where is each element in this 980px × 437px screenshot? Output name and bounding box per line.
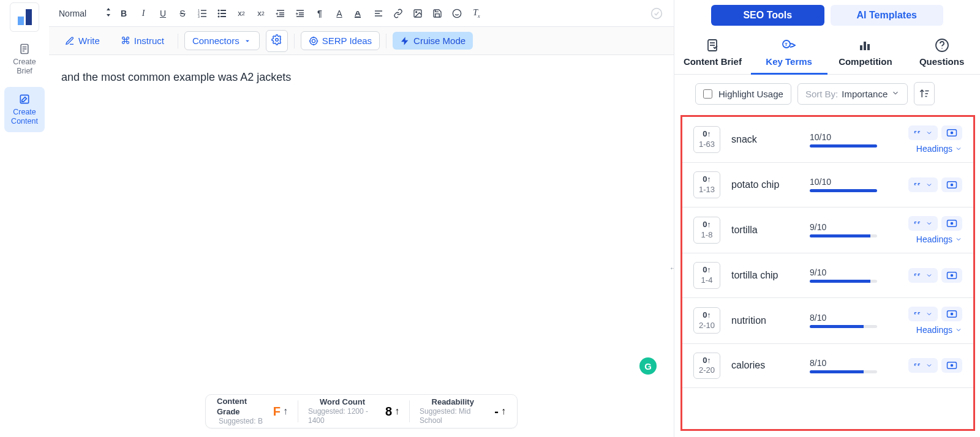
term-name: snack — [731, 134, 799, 145]
highlight-usage-toggle[interactable]: Highlight Usage — [695, 83, 791, 105]
chevron-down-icon — [243, 37, 252, 45]
text-color-button[interactable]: A — [331, 5, 348, 22]
nav-create-content[interactable]: Create Content — [4, 87, 45, 132]
strikethrough-button[interactable]: S — [174, 5, 191, 22]
highlight-color-button[interactable] — [350, 5, 368, 22]
edit-icon — [18, 93, 31, 105]
sort-direction-button[interactable] — [914, 82, 935, 105]
write-button[interactable]: Write — [58, 32, 107, 50]
arrow-up-icon: ↑ — [501, 406, 506, 417]
questions-icon — [935, 38, 949, 53]
editor-body[interactable]: and the most common example was A2 jacke… — [49, 55, 674, 100]
clear-format-button[interactable]: Tx — [468, 5, 485, 22]
term-preview-button[interactable] — [941, 268, 962, 283]
term-count-chip[interactable]: 0↑2-20 — [693, 353, 720, 379]
term-headings-link[interactable]: Headings — [916, 234, 962, 244]
subtab-competition[interactable]: Competition — [827, 31, 904, 74]
svg-point-37 — [312, 39, 315, 42]
term-quote-button[interactable] — [908, 125, 938, 140]
indent-button[interactable] — [292, 5, 309, 22]
term-row: 0↑1-4 tortilla chip 9/10 — [682, 253, 973, 298]
nav-create-brief[interactable]: Create Brief — [4, 37, 45, 82]
subtab-questions[interactable]: Questions — [903, 31, 980, 74]
svg-point-13 — [218, 15, 220, 17]
term-quote-button[interactable] — [908, 307, 938, 321]
grammarly-badge[interactable]: G — [639, 357, 657, 375]
check-icon[interactable] — [648, 5, 665, 22]
pencil-icon — [65, 36, 75, 46]
outdent-button[interactable] — [272, 5, 289, 22]
svg-text:3: 3 — [198, 15, 200, 18]
readability-sub: Suggested: Mid School — [420, 407, 486, 425]
subscript-button[interactable]: x2 — [233, 5, 250, 22]
resize-handle[interactable]: ↔ — [669, 263, 674, 273]
cruise-mode-label: Cruise Mode — [413, 35, 466, 46]
term-preview-button[interactable] — [941, 358, 962, 373]
term-preview-button[interactable] — [941, 216, 962, 231]
term-quote-button[interactable] — [908, 358, 938, 373]
term-count-chip[interactable]: 0↑1-4 — [693, 262, 720, 289]
paragraph-button[interactable]: ¶ — [311, 5, 328, 22]
term-row: 0↑1-8 tortilla 9/10 Headings — [682, 207, 973, 253]
readability-label: Readability — [432, 397, 474, 407]
link-button[interactable] — [390, 5, 407, 22]
svg-point-31 — [453, 9, 461, 17]
word-count-label: Word Count — [320, 397, 365, 407]
term-name: calories — [731, 360, 799, 371]
term-score: 9/10 — [810, 222, 877, 237]
readability-value: -↑ — [494, 405, 506, 419]
align-button[interactable] — [370, 5, 387, 22]
tab-seo-tools[interactable]: SEO Tools — [711, 5, 824, 26]
term-preview-button[interactable] — [941, 125, 962, 140]
sort-by-dropdown[interactable]: Sort By: Importance — [797, 83, 908, 105]
format-select[interactable]: Normal — [58, 7, 113, 20]
subtab-key-terms[interactable]: T Key Terms — [751, 31, 827, 75]
term-preview-button[interactable] — [941, 307, 962, 321]
term-headings-link[interactable]: Headings — [916, 325, 962, 335]
cruise-mode-button[interactable]: Cruise Mode — [393, 32, 473, 50]
settings-button[interactable] — [266, 30, 288, 52]
svg-point-67 — [951, 364, 954, 367]
term-preview-button[interactable] — [941, 177, 962, 192]
underline-button[interactable]: U — [154, 5, 172, 22]
app-logo[interactable] — [10, 2, 39, 32]
save-button[interactable] — [429, 5, 446, 22]
unordered-list-button[interactable] — [213, 5, 230, 22]
term-headings-link[interactable]: Headings — [916, 144, 962, 154]
term-quote-button[interactable] — [908, 177, 938, 192]
term-row: 0↑1-63 snack 10/10 Headings — [682, 117, 973, 163]
instruct-button[interactable]: ⌘ Instruct — [113, 31, 172, 50]
term-count-chip[interactable]: 0↑1-8 — [693, 217, 720, 244]
status-bar: Content Grade Suggested: B F↑ Word Count… — [205, 394, 518, 428]
term-quote-button[interactable] — [908, 216, 938, 231]
svg-point-61 — [951, 222, 954, 225]
svg-point-36 — [310, 37, 317, 45]
svg-rect-25 — [355, 17, 361, 18]
image-button[interactable] — [409, 5, 426, 22]
brief-icon — [705, 38, 720, 53]
svg-rect-16 — [221, 16, 226, 17]
term-score: 10/10 — [810, 132, 877, 148]
connectors-dropdown[interactable]: Connectors — [184, 31, 260, 50]
highlight-usage-checkbox[interactable] — [703, 89, 712, 99]
term-count-chip[interactable]: 0↑1-63 — [693, 126, 720, 153]
italic-button[interactable]: I — [135, 5, 152, 22]
svg-point-63 — [951, 274, 954, 277]
ordered-list-button[interactable]: 123 — [194, 5, 211, 22]
svg-point-12 — [218, 12, 220, 14]
term-quote-button[interactable] — [908, 268, 938, 283]
select-arrows-icon — [105, 8, 111, 18]
term-count-chip[interactable]: 0↑2-10 — [693, 307, 720, 334]
serp-ideas-button[interactable]: SERP Ideas — [301, 31, 380, 50]
subtab-content-brief[interactable]: Content Brief — [674, 31, 751, 74]
emoji-button[interactable] — [448, 5, 466, 22]
content-grade-sub: Suggested: B — [219, 417, 263, 426]
gear-icon — [271, 34, 282, 48]
term-count-chip[interactable]: 0↑1-13 — [693, 171, 720, 198]
superscript-button[interactable]: x2 — [252, 5, 270, 22]
document-icon — [18, 43, 31, 55]
tab-ai-templates[interactable]: AI Templates — [831, 5, 944, 26]
term-name: tortilla — [731, 225, 799, 236]
bold-button[interactable]: B — [115, 5, 132, 22]
svg-rect-48 — [864, 42, 866, 50]
